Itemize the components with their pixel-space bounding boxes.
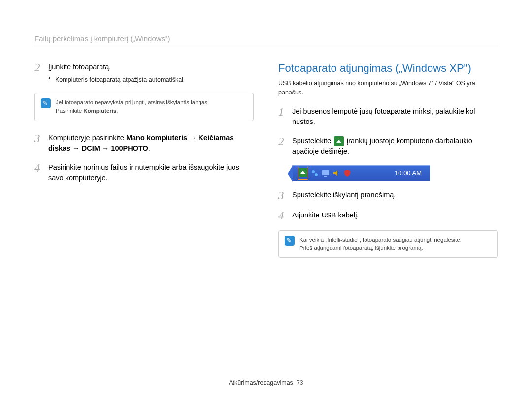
- note-icon: [285, 236, 295, 246]
- step-4-right: 4 Atjunkite USB kabelį.: [278, 210, 498, 221]
- step-3-right: 3 Spustelėkite iškylantį pranešimą.: [278, 190, 498, 201]
- taskbar-tray-image: 10:00 AM: [292, 165, 430, 181]
- tray-monitor-icon: [321, 169, 330, 178]
- step-number: 2: [278, 136, 287, 156]
- tray-volume-icon: [332, 169, 341, 178]
- step-4-left: 4 Pasirinkite norimus failus ir nutempki…: [34, 162, 254, 183]
- svg-rect-6: [324, 176, 327, 177]
- note-icon: [41, 98, 51, 108]
- step-text: Pasirinkite norimus failus ir nutempkite…: [48, 162, 254, 183]
- step-number: 3: [278, 190, 287, 201]
- step-text: Kompiuteryje pasirinkite Mano kompiuteri…: [48, 133, 254, 154]
- step-2-left: 2 Įjunkite fotoaparatą. Kompiuteris foto…: [34, 62, 254, 84]
- tray-safely-remove-icon: [298, 167, 308, 180]
- svg-point-4: [315, 173, 318, 176]
- note-box-left: Jei fotoaparato nepavyksta prijungti, at…: [34, 93, 254, 121]
- right-column: Fotoaparato atjungimas („Windows XP") US…: [278, 62, 498, 270]
- section-intro: USB kabelio atjungimas nuo kompiuterio s…: [278, 79, 498, 97]
- note-text: Pasirinkite Kompiuteris.: [56, 107, 209, 115]
- step-2-right: 2 Spustelėkite įrankių juostoje kompiute…: [278, 136, 498, 156]
- tray-network-icon: [310, 169, 319, 178]
- step-number: 1: [278, 106, 287, 127]
- step-text: Atjunkite USB kabelį.: [292, 210, 498, 221]
- footer-label: Atkūrimas/redagavimas: [229, 379, 293, 386]
- step-text: Jei būsenos lemputė jūsų fotoaparate mir…: [292, 106, 498, 127]
- step-bullet: Kompiuteris fotoaparatą atpažįsta automa…: [48, 75, 254, 84]
- step-text: Įjunkite fotoaparatą.: [48, 63, 111, 71]
- step-number: 4: [34, 162, 43, 183]
- svg-rect-2: [310, 169, 319, 178]
- left-column: 2 Įjunkite fotoaparatą. Kompiuteris foto…: [34, 62, 254, 270]
- section-title: Fotoaparato atjungimas („Windows XP"): [278, 62, 498, 75]
- tray-shield-icon: [343, 169, 352, 178]
- page-footer: Atkūrimas/redagavimas 73: [0, 379, 532, 386]
- step-number: 3: [34, 133, 43, 154]
- step-text: Spustelėkite iškylantį pranešimą.: [292, 190, 498, 201]
- note-text: Jei fotoaparato nepavyksta prijungti, at…: [56, 98, 209, 107]
- note-box-right: Kai veikia „Intelli-studio", fotoaparato…: [278, 230, 498, 258]
- safely-remove-icon: [334, 136, 344, 146]
- note-text: Prieš atjungdami fotoaparatą, išjunkite …: [299, 244, 462, 252]
- step-1-right: 1 Jei būsenos lemputė jūsų fotoaparate m…: [278, 106, 498, 127]
- svg-point-3: [312, 170, 315, 173]
- step-3-left: 3 Kompiuteryje pasirinkite Mano kompiute…: [34, 133, 254, 154]
- svg-rect-5: [322, 170, 329, 175]
- page-number: 73: [297, 379, 303, 386]
- note-text: Kai veikia „Intelli-studio", fotoaparato…: [299, 236, 462, 244]
- step-number: 2: [34, 62, 43, 84]
- step-number: 4: [278, 210, 287, 221]
- breadcrumb: Failų perkėlimas į kompiuterį („Windows"…: [34, 34, 498, 47]
- tray-clock: 10:00 AM: [395, 169, 428, 177]
- step-text: Spustelėkite įrankių juostoje kompiuteri…: [292, 136, 498, 156]
